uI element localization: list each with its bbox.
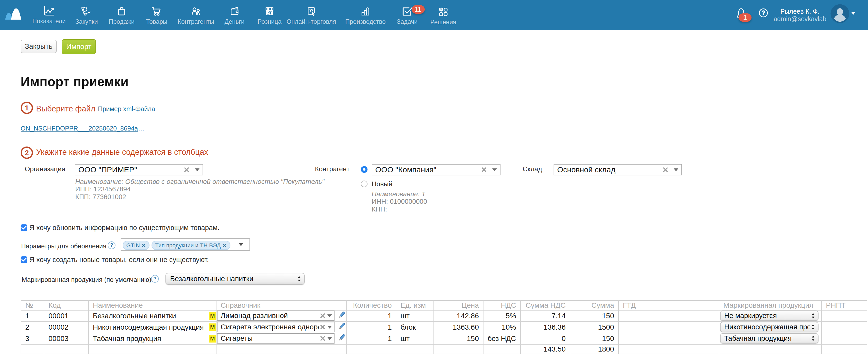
svg-text:?: ? <box>762 9 766 16</box>
